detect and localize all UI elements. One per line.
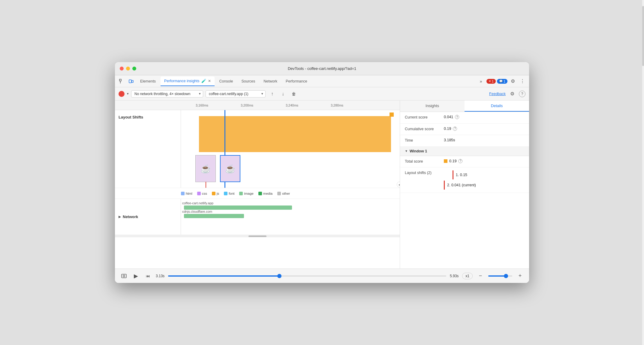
network-bar-2 [184,214,244,218]
legend-html: html [181,192,192,195]
ms-marker-1: 3,160ms [196,104,208,107]
layout-shifts-label: Layout Shifts [115,110,181,188]
minimize-button[interactable] [126,67,130,70]
upload-icon[interactable]: ↑ [268,90,276,98]
layout-shifts-detail-row: Layout shifts (2) 1. 0.15 2. 0.041 (curr… [400,167,529,193]
tab-details[interactable]: Details [465,100,529,112]
close-button[interactable] [120,67,124,70]
tab-network[interactable]: Network [260,76,281,86]
svg-rect-3 [132,80,133,82]
window-collapse-arrow[interactable]: ▼ [405,149,408,153]
tab-performance-insights[interactable]: Performance insights 🧪 ✕ [161,76,214,86]
timeline-scrollbar-thumb[interactable] [248,236,266,237]
shift-line-2 [444,181,445,190]
zoom-slider[interactable] [488,275,512,277]
thumbnail-1[interactable]: ☕ [195,155,216,182]
tab-performance[interactable]: Performance [282,76,311,86]
tab-sources[interactable]: Sources [238,76,259,86]
total-score-help-icon[interactable]: ? [458,159,462,163]
legend-other: other [277,192,290,195]
thumbnail-2[interactable]: ☕ [220,155,240,182]
svg-rect-4 [122,274,126,278]
record-button[interactable] [119,91,125,97]
zoom-out-icon[interactable]: − [476,272,485,280]
red-line-v1 [206,182,206,188]
delete-icon[interactable]: 🗑 [290,90,298,98]
legend-js: js [212,192,219,195]
current-score-value: 0.041 ? [444,115,459,119]
throttle-select[interactable]: No network throttling, 4× slowdown [131,90,203,98]
info-badge[interactable]: 💬 1 [497,79,507,84]
tab-bar: Elements Performance insights 🧪 ✕ Consol… [115,75,529,87]
score-dot-icon [444,159,447,163]
current-score-help-icon[interactable]: ? [455,115,459,119]
speed-badge[interactable]: x1 [462,273,473,279]
tab-elements[interactable]: Elements [137,76,159,86]
more-options-icon[interactable]: ⋮ [518,77,527,86]
right-panel: Insights Details Current score 0.041 ? [400,100,529,268]
network-expand-arrow[interactable]: ▶ [119,215,121,218]
device-icon[interactable] [127,77,135,86]
window-section-header: ▼ Window 1 [400,147,529,156]
timeline-slider-fill [168,275,279,277]
tab-insights[interactable]: Insights [400,100,465,112]
legend-js-dot [212,192,215,195]
inspect-icon[interactable] [117,77,126,86]
play-button[interactable]: ▶ [132,272,140,280]
maximize-button[interactable] [132,67,136,70]
title-bar: DevTools - coffee-cart.netlify.app/?ad=1 [115,62,529,75]
layout-shifts-row: Layout Shifts ☕ [115,110,400,188]
record-chevron-icon[interactable]: ▾ [127,92,129,96]
ms-marker-4: 3,280ms [331,104,343,107]
settings-icon[interactable]: ⚙ [509,77,517,86]
skip-to-start-button[interactable]: ⏮ [144,272,152,280]
zoom-slider-fill [488,275,505,277]
playback-bar: ▶ ⏮ 3.13s 5.93s x1 − + [115,268,529,283]
layout-shifts-values: 1. 0.15 2. 0.041 (current) [444,170,476,190]
feedback-link[interactable]: Feedback [489,92,506,96]
screenshot-mode-icon[interactable] [120,272,128,280]
timeline-slider-thumb[interactable] [277,274,281,278]
tab-close-icon[interactable]: ✕ [208,79,211,83]
timeline-scrollbar[interactable] [115,235,400,237]
window-title: DevTools - coffee-cart.netlify.app/?ad=1 [288,66,356,71]
toolbar-help-icon[interactable]: ? [519,91,525,97]
orange-indicator [390,112,394,117]
url-select[interactable]: coffee-cart.netlify.app (1) [206,90,266,98]
time-start-label: 3.13s [156,274,164,278]
network-label-cell: ▶ Network [115,199,181,235]
main-content: 3,160ms 3,200ms 3,240ms 3,280ms Layout S… [115,100,529,268]
thumbnail-1-preview: ☕ [196,155,215,182]
svg-point-5 [123,275,125,277]
total-score-value: 0.19 ? [444,159,462,163]
more-tabs-icon[interactable]: » [477,77,485,86]
timeline-slider[interactable] [168,275,446,277]
timeline-header: 3,160ms 3,200ms 3,240ms 3,280ms [115,100,400,110]
network-host-2: cdnjs.cloudflare.com [182,210,212,213]
time-row: Time 3.185s [400,135,529,147]
error-badge[interactable]: ✕ 1 [486,79,496,84]
layout-shifts-content: ☕ ☕ [181,110,400,188]
ms-marker-2: 3,200ms [241,104,253,107]
legend-row: html css js font image [115,188,400,199]
throttle-select-wrapper: No network throttling, 4× slowdown [131,90,203,98]
cumulative-score-help-icon[interactable]: ? [453,127,457,131]
legend-media: media [258,192,272,195]
legend-media-dot [258,192,262,195]
total-score-row: Total score 0.19 ? [400,156,529,168]
shift-line-1 [453,170,453,179]
devtools-window: DevTools - coffee-cart.netlify.app/?ad=1… [115,62,529,283]
toolbar-settings-icon[interactable]: ⚙ [508,90,516,98]
timeline-panel: 3,160ms 3,200ms 3,240ms 3,280ms Layout S… [115,100,400,268]
download-icon[interactable]: ↓ [279,90,287,98]
panel-content: Current score 0.041 ? Cumulative score 0… [400,112,529,268]
zoom-slider-thumb[interactable] [504,274,508,278]
tab-console[interactable]: Console [216,76,237,86]
legend-font-dot [224,192,227,195]
zoom-slider-container [488,275,512,277]
tab-badges: ✕ 1 💬 1 [486,79,507,84]
zoom-in-icon[interactable]: + [516,272,524,280]
time-value: 3.185s [444,138,455,142]
network-content: coffee-cart.netlify.app cdnjs.cloudflare… [181,199,400,235]
toolbar: ▾ No network throttling, 4× slowdown cof… [115,87,529,100]
